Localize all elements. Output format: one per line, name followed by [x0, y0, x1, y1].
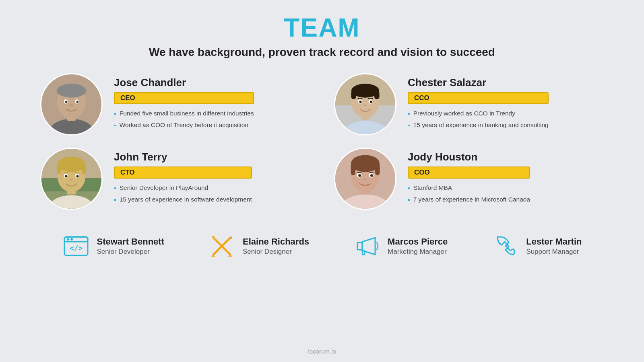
bottom-card-elaine: Elaine Richards Senior Designer [208, 232, 309, 260]
svg-point-48 [67, 238, 69, 241]
bottom-role-stewart: Senior Developer [97, 248, 164, 256]
svg-point-44 [358, 174, 361, 177]
bottom-role-elaine: Senior Designer [243, 248, 309, 256]
bottom-name-lester: Lester Martin [526, 237, 582, 247]
svg-point-49 [70, 238, 73, 241]
bullet-jody-0: Stanford MBA [408, 183, 530, 193]
role-john: CTO [114, 167, 252, 179]
bottom-card-marcos: Marcos Pierce Marketing Manager [353, 232, 448, 260]
svg-point-32 [65, 175, 68, 177]
marketing-icon [353, 232, 380, 260]
bottom-role-lester: Support Manager [526, 248, 582, 256]
support-icon [491, 232, 519, 260]
avatar-jody [334, 148, 396, 210]
bottom-info-elaine: Elaine Richards Senior Designer [243, 237, 309, 256]
name-jody: Jody Houston [408, 151, 530, 163]
svg-point-27 [58, 156, 85, 172]
bullets-chester: Previously worked as CCO in Trendy 15 ye… [408, 109, 549, 133]
role-jose: CEO [114, 92, 254, 104]
role-jody: COO [408, 167, 530, 179]
svg-rect-15 [351, 90, 356, 99]
name-john: John Terry [114, 151, 252, 163]
svg-marker-55 [211, 236, 215, 238]
name-jose: Jose Chandler [114, 76, 254, 89]
role-chester: CCO [408, 92, 549, 104]
svg-marker-53 [211, 255, 215, 257]
code-icon: </> [62, 232, 90, 260]
bottom-card-lester: Lester Martin Support Manager [491, 232, 582, 260]
bullets-jody: Stanford MBA 7 years of experience in Mi… [408, 183, 530, 207]
svg-point-19 [359, 101, 362, 103]
footer-text: locorum.io [308, 348, 336, 355]
svg-point-20 [370, 101, 372, 103]
design-icon [208, 232, 235, 260]
info-chester: Chester Salazar CCO Previously worked as… [408, 73, 549, 133]
svg-marker-56 [228, 255, 232, 257]
bullet-john-1: 15 years of experience in software devel… [114, 195, 252, 204]
svg-rect-28 [57, 164, 61, 174]
avatar-chester [334, 73, 396, 136]
bullet-john-0: Senior Developer in PlayAround [114, 183, 252, 193]
svg-point-8 [76, 101, 79, 103]
info-jody: Jody Houston COO Stanford MBA 7 years of… [408, 148, 530, 207]
svg-point-45 [370, 174, 373, 177]
junior-team-row: </> Stewart Bennett Senior Developer Ela… [40, 225, 604, 264]
svg-marker-54 [230, 236, 232, 240]
svg-point-33 [76, 175, 79, 177]
avatar-john [40, 148, 103, 210]
bottom-card-stewart: </> Stewart Bennett Senior Developer [62, 232, 164, 260]
svg-rect-29 [82, 164, 86, 174]
svg-point-7 [65, 101, 68, 103]
page-title: TEAM [284, 13, 360, 43]
info-john: John Terry CTO Senior Developer in PlayA… [114, 148, 252, 207]
bottom-name-stewart: Stewart Bennett [97, 237, 164, 247]
bottom-role-marcos: Marketing Manager [388, 248, 448, 256]
avatar-jose [40, 73, 103, 136]
bullet-jody-1: 7 years of experience in Microsoft Canad… [408, 195, 530, 204]
team-card-jose: Jose Chandler CEO Funded five small busi… [40, 73, 310, 136]
bottom-name-elaine: Elaine Richards [243, 237, 309, 247]
bullet-jose-1: Worked as COO of Trendy before it acquis… [114, 121, 254, 130]
svg-point-4 [57, 84, 86, 98]
bottom-info-stewart: Stewart Bennett Senior Developer [97, 237, 164, 256]
bullet-jose-0: Funded five small business in different … [114, 109, 254, 118]
bullets-jose: Funded five small business in different … [114, 109, 254, 133]
info-jose: Jose Chandler CEO Funded five small busi… [114, 73, 254, 133]
bullet-chester-1: 15 years of experience in banking and co… [408, 121, 549, 130]
bullet-chester-0: Previously worked as CCO in Trendy [408, 109, 549, 118]
team-card-jody: Jody Houston COO Stanford MBA 7 years of… [334, 148, 604, 210]
svg-rect-16 [374, 90, 379, 99]
svg-point-41 [354, 165, 377, 171]
bullets-john: Senior Developer in PlayAround 15 years … [114, 183, 252, 207]
bottom-info-marcos: Marcos Pierce Marketing Manager [388, 237, 448, 256]
senior-team-grid: Jose Chandler CEO Funded five small busi… [40, 73, 604, 210]
page-subtitle: We have background, proven track record … [149, 46, 495, 59]
team-card-john: John Terry CTO Senior Developer in PlayA… [40, 148, 310, 210]
bottom-info-lester: Lester Martin Support Manager [526, 237, 582, 256]
svg-text:</>: </> [69, 244, 83, 252]
footer: locorum.io [308, 348, 336, 362]
team-card-chester: Chester Salazar CCO Previously worked as… [334, 73, 604, 136]
bottom-name-marcos: Marcos Pierce [388, 237, 448, 247]
name-chester: Chester Salazar [408, 76, 549, 89]
